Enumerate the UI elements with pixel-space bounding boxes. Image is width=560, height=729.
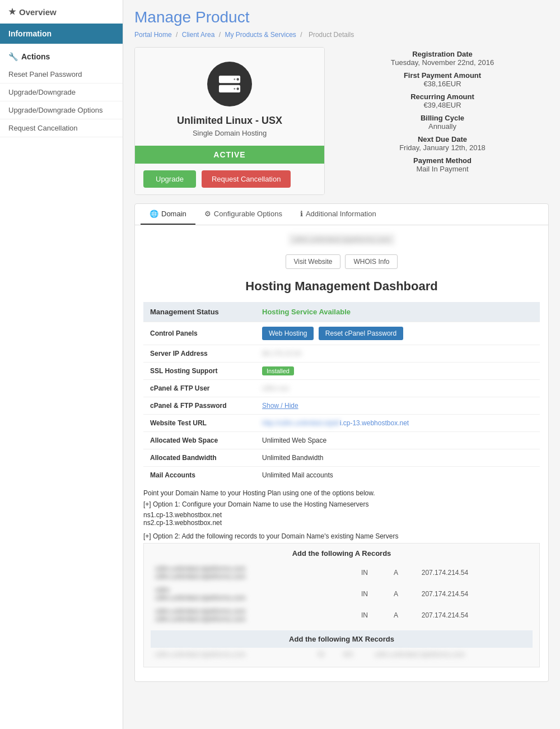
svg-point-4 — [234, 78, 235, 80]
a-record-a-1: A — [389, 562, 417, 583]
a-record-domain-3: cdhn.unlimited.styleforms.comcdhn.unlimi… — [151, 605, 357, 626]
recurring-label: Recurring Amount — [336, 92, 549, 101]
domain-buttons: Visit Website WHOIS Info — [143, 254, 540, 269]
table-row: Allocated Bandwidth Unlimited Bandwidth — [143, 449, 540, 467]
tab-domain[interactable]: 🌐 Domain — [141, 204, 195, 225]
a-record-in-3: IN — [357, 605, 389, 626]
a-records-table: cdhn.unlimited.styleforms.comcdhn.unlimi… — [151, 562, 533, 626]
sidebar-info-label: Information — [8, 29, 52, 38]
table-row: SSL Hosting Support Installed — [143, 363, 540, 380]
cpanel-user-label: cPanel & FTP User — [143, 380, 255, 397]
product-card: Unlimited Linux - USX Single Domain Host… — [134, 47, 325, 195]
info-icon: ℹ — [300, 210, 303, 218]
tabs-container: 🌐 Domain ⚙ Configurable Options ℹ Additi… — [134, 203, 549, 682]
dns-section: Point your Domain Name to your Hosting P… — [143, 484, 540, 673]
bandwidth-value: Unlimited Bandwidth — [255, 449, 540, 467]
web-space-label: Allocated Web Space — [143, 432, 255, 449]
sidebar-item-request-cancellation[interactable]: Request Cancellation — [0, 119, 123, 137]
table-row: Allocated Web Space Unlimited Web Space — [143, 432, 540, 449]
server-ip-value: 88.176.23.54 — [255, 345, 540, 363]
sidebar-item-information[interactable]: Information — [0, 24, 123, 44]
a-record-row-1: cdhn.unlimited.styleforms.comcdhn.unlimi… — [151, 562, 533, 583]
reset-cpanel-button[interactable]: Reset cPanel Password — [319, 327, 403, 340]
whois-button[interactable]: WHOIS Info — [345, 254, 398, 269]
tab-configurable-options[interactable]: ⚙ Configurable Options — [195, 204, 291, 225]
next-due-label: Next Due Date — [336, 135, 549, 143]
web-space-value: Unlimited Web Space — [255, 432, 540, 449]
mx-records-table: cdhn.unlimited.styleforms.com IN MX cdhn… — [151, 648, 533, 661]
ssl-value: Installed — [255, 363, 540, 380]
mx-record-row: cdhn.unlimited.styleforms.com IN MX cdhn… — [151, 648, 533, 661]
server-ip-label: Server IP Address — [143, 345, 255, 363]
svg-point-2 — [236, 78, 239, 80]
breadcrumb-client-area[interactable]: Client Area — [182, 31, 215, 39]
star-icon: ★ — [8, 7, 16, 17]
cpanel-password-value: Show / Hide — [255, 397, 540, 415]
first-payment-label: First Payment Amount — [336, 71, 549, 80]
table-row: cPanel & FTP User cdhn-xxx — [143, 380, 540, 397]
tabs-header: 🌐 Domain ⚙ Configurable Options ℹ Additi… — [135, 204, 548, 225]
ns2: ns2.cp-13.webhostbox.net — [143, 519, 540, 527]
product-status-bar: ACTIVE — [135, 146, 324, 164]
domain-name-area: cdhn.unlimited.styleforms.com — [143, 234, 540, 250]
breadcrumb-portal-home[interactable]: Portal Home — [134, 31, 172, 39]
svg-point-3 — [236, 87, 239, 90]
sidebar-item-upgrade-downgrade-options[interactable]: Upgrade/Downgrade Options — [0, 101, 123, 119]
request-cancellation-label: Request Cancellation — [8, 124, 78, 132]
ns1: ns1.cp-13.webhostbox.net — [143, 511, 540, 519]
a-record-domain-1: cdhn.unlimited.styleforms.comcdhn.unlimi… — [151, 562, 357, 583]
cancel-button[interactable]: Request Cancellation — [202, 170, 291, 188]
table-row: Mail Accounts Unlimited Mail accounts — [143, 467, 540, 484]
show-hide-link[interactable]: Show / Hide — [262, 402, 298, 410]
reset-panel-password-label: Reset Panel Password — [8, 70, 82, 78]
product-icon-area: Unlimited Linux - USX Single Domain Host… — [135, 48, 324, 146]
mx-in: IN — [313, 648, 339, 661]
ssl-badge: Installed — [262, 366, 294, 375]
billing-cycle-row: Billing Cycle Annually — [336, 114, 549, 131]
tab-additional-information[interactable]: ℹ Additional Information — [291, 204, 385, 225]
next-due-row: Next Due Date Friday, January 12th, 2018 — [336, 135, 549, 152]
sidebar-overview-label: Overview — [19, 7, 57, 17]
globe-icon: 🌐 — [150, 210, 158, 218]
next-due-value: Friday, January 12th, 2018 — [336, 143, 549, 152]
sidebar: ★ Overview Information 🔧 Actions Reset P… — [0, 0, 123, 729]
nameservers: ns1.cp-13.webhostbox.net ns2.cp-13.webho… — [143, 511, 540, 527]
visit-website-button[interactable]: Visit Website — [286, 254, 341, 269]
option1-text: [+] Option 1: Configure your Domain Name… — [143, 500, 540, 508]
registration-date-value: Tuesday, November 22nd, 2016 — [336, 58, 549, 67]
tab-additional-label: Additional Information — [306, 210, 376, 218]
a-record-in-1: IN — [357, 562, 389, 583]
management-status-header: Management Status — [143, 302, 255, 322]
upgrade-downgrade-label: Upgrade/Downgrade — [8, 88, 76, 96]
web-hosting-button[interactable]: Web Hosting — [262, 327, 314, 340]
option2-text: [+] Option 2: Add the following records … — [143, 532, 540, 540]
tab-domain-label: Domain — [161, 210, 186, 218]
hosting-table: Management Status Hosting Service Availa… — [143, 302, 540, 484]
sidebar-item-reset-panel-password[interactable]: Reset Panel Password — [0, 66, 123, 83]
config-icon: ⚙ — [204, 210, 211, 218]
product-info: Registration Date Tuesday, November 22nd… — [336, 47, 549, 195]
mail-accounts-value: Unlimited Mail accounts — [255, 467, 540, 484]
mx-records-title: Add the following MX Records — [151, 630, 533, 648]
table-row: Server IP Address 88.176.23.54 — [143, 345, 540, 363]
wrench-icon: 🔧 — [8, 52, 18, 61]
table-row: cPanel & FTP Password Show / Hide — [143, 397, 540, 415]
upgrade-downgrade-options-label: Upgrade/Downgrade Options — [8, 106, 102, 114]
website-test-url-label: Website Test URL — [143, 415, 255, 432]
payment-method-row: Payment Method Mail In Payment — [336, 156, 549, 173]
bandwidth-label: Allocated Bandwidth — [143, 449, 255, 467]
a-record-a-2: A — [389, 583, 417, 605]
upgrade-button[interactable]: Upgrade — [143, 170, 196, 188]
payment-method-label: Payment Method — [336, 156, 549, 165]
control-panels-label: Control Panels — [143, 322, 255, 345]
sidebar-actions-label: Actions — [21, 52, 50, 61]
recurring-value: €39,48EUR — [336, 101, 549, 109]
recurring-row: Recurring Amount €39,48EUR — [336, 92, 549, 109]
breadcrumb-my-products[interactable]: My Products & Services — [225, 31, 296, 39]
sidebar-item-overview[interactable]: ★ Overview — [0, 0, 123, 24]
product-icon-circle — [207, 62, 252, 106]
mx-type: MX — [339, 648, 370, 661]
point-domain-text: Point your Domain Name to your Hosting P… — [143, 489, 540, 497]
registration-date-row: Registration Date Tuesday, November 22nd… — [336, 50, 549, 67]
sidebar-item-upgrade-downgrade[interactable]: Upgrade/Downgrade — [0, 83, 123, 101]
